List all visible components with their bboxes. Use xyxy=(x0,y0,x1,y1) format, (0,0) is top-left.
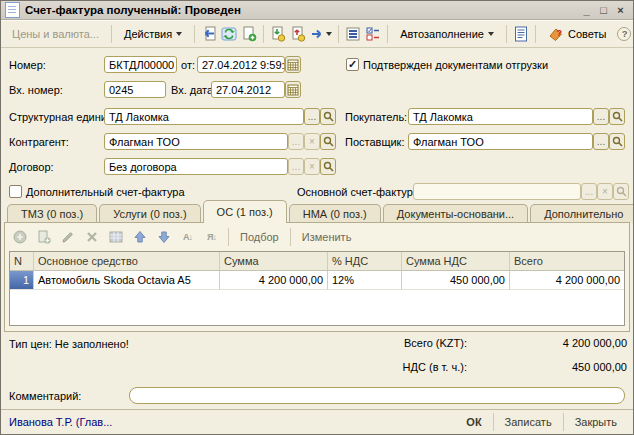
change-button[interactable]: Изменить xyxy=(297,231,357,243)
invoice-received-window: Счет-фактура полученный: Проведен _ □ × … xyxy=(0,0,634,435)
counterparty-field[interactable]: Флагман ТОО xyxy=(104,133,288,150)
contract-select-button[interactable]: ... xyxy=(288,158,304,175)
go-to-button[interactable] xyxy=(309,22,333,46)
column-header-sum[interactable]: Сумма xyxy=(220,252,328,271)
pick-button[interactable]: Подбор xyxy=(235,231,284,243)
move-row-down-button[interactable] xyxy=(153,227,174,248)
column-header-vat-rate[interactable]: % НДС xyxy=(328,252,402,271)
post-document-button[interactable] xyxy=(269,22,287,46)
table-toolbar: А↓ Я↓ Подбор Изменить xyxy=(9,226,356,248)
tab-nma[interactable]: НМА (0 поз.) xyxy=(289,204,381,223)
chevron-down-icon xyxy=(488,32,494,36)
number-field[interactable]: БКТДЛ00000 xyxy=(104,56,177,73)
contract-open-button[interactable] xyxy=(320,158,336,175)
svg-text:?: ? xyxy=(622,28,628,39)
edit-row-button[interactable] xyxy=(57,227,78,248)
counterparty-clear-button[interactable]: × xyxy=(304,133,320,150)
confirmed-checkbox[interactable]: ✓ xyxy=(346,58,359,71)
main-toolbar: Цены и валюта... Действия xyxy=(1,20,633,48)
contract-field[interactable]: Без договора xyxy=(104,158,288,175)
buyer-open-button[interactable] xyxy=(609,108,625,125)
number-label: Номер: xyxy=(9,59,46,71)
new-document-icon xyxy=(241,26,257,42)
main-invoice-clear-button[interactable]: × xyxy=(597,183,613,200)
tips-button[interactable]: ? Советы xyxy=(541,23,613,45)
print-form-button[interactable] xyxy=(512,22,530,46)
grid-icon xyxy=(108,229,124,245)
contract-clear-button[interactable]: × xyxy=(304,158,320,175)
in-date-field[interactable]: 27.04.2012 xyxy=(211,81,285,98)
close-button[interactable]: × xyxy=(612,3,629,18)
prices-currency-button[interactable]: Цены и валюта... xyxy=(5,25,106,43)
fixed-assets-tab-panel: А↓ Я↓ Подбор Изменить N Основное средств… xyxy=(4,222,630,332)
vat-label: НДС (в т. ч.): xyxy=(347,361,467,373)
buyer-field[interactable]: ТД Лакомка xyxy=(408,108,593,125)
in-number-field[interactable]: 0245 xyxy=(104,81,166,98)
sort-ascending-button[interactable]: А↓ xyxy=(177,227,198,248)
column-header-total[interactable]: Всего xyxy=(510,252,624,271)
write-button[interactable]: Записать xyxy=(497,414,560,430)
delete-row-button[interactable] xyxy=(81,227,102,248)
vat-sum-cell: 450 000,00 xyxy=(402,271,510,290)
column-header-n[interactable]: N xyxy=(10,252,34,271)
supplier-field[interactable]: Флагман ТОО xyxy=(408,133,593,150)
reread-button[interactable] xyxy=(200,22,218,46)
post-icon xyxy=(270,26,286,42)
in-date-label: Вх. дата: xyxy=(171,84,216,96)
table-header-row: N Основное средство Сумма % НДС Сумма НД… xyxy=(10,252,624,271)
maximize-button[interactable]: □ xyxy=(595,3,612,18)
supplier-open-button[interactable] xyxy=(609,133,625,150)
structural-unit-select-button[interactable]: ... xyxy=(304,108,320,125)
in-date-calendar-button[interactable] xyxy=(285,81,301,98)
sum-cell: 4 200 000,00 xyxy=(220,271,328,290)
structural-unit-field[interactable]: ТД Лакомка xyxy=(104,108,304,125)
total-cell: 4 200 000,00 xyxy=(510,271,624,290)
buyer-select-button[interactable]: ... xyxy=(593,108,609,125)
repost-button[interactable] xyxy=(220,22,238,46)
document-movements-button[interactable] xyxy=(364,22,382,46)
main-invoice-select-button[interactable]: ... xyxy=(581,183,597,200)
copy-new-button[interactable] xyxy=(240,22,258,46)
tab-tmz[interactable]: ТМЗ (0 поз.) xyxy=(7,204,97,223)
ok-button[interactable]: ОК xyxy=(458,414,489,430)
column-header-asset[interactable]: Основное средство xyxy=(34,252,220,271)
document-structure-button[interactable] xyxy=(344,22,362,46)
table-toolbar-separator xyxy=(290,228,291,246)
actions-button[interactable]: Действия xyxy=(117,25,189,43)
report-page-icon xyxy=(513,26,529,42)
structural-unit-open-button[interactable] xyxy=(320,108,336,125)
tab-base-documents[interactable]: Документы-основани... xyxy=(383,204,528,223)
unpost-document-button[interactable] xyxy=(289,22,307,46)
main-invoice-open-button[interactable] xyxy=(613,183,629,200)
additional-invoice-checkbox[interactable] xyxy=(9,185,22,198)
supplier-select-button[interactable]: ... xyxy=(593,133,609,150)
finish-editing-button[interactable] xyxy=(105,227,126,248)
table-row[interactable]: 1 Автомобиль Skoda Octavia A5 4 200 000,… xyxy=(10,271,624,290)
main-invoice-field[interactable] xyxy=(413,183,581,200)
autofill-button[interactable]: Автозаполнение xyxy=(393,25,501,43)
total-value: 4 200 000,00 xyxy=(497,337,627,349)
tab-additional[interactable]: Дополнительно xyxy=(530,204,634,223)
comment-field[interactable] xyxy=(129,387,625,404)
column-header-vat-sum[interactable]: Сумма НДС xyxy=(402,252,510,271)
date-calendar-button[interactable] xyxy=(285,56,301,73)
pencil-icon xyxy=(60,229,76,245)
minimize-button[interactable]: _ xyxy=(578,3,595,18)
sort-descending-button[interactable]: Я↓ xyxy=(201,227,222,248)
add-row-button[interactable] xyxy=(9,227,30,248)
close-form-button[interactable]: Закрыть xyxy=(567,414,625,430)
counterparty-open-button[interactable] xyxy=(320,133,336,150)
tab-fixed-assets[interactable]: ОС (1 поз.) xyxy=(203,200,287,223)
calendar-icon xyxy=(287,84,299,96)
add-icon xyxy=(12,229,28,245)
date-field[interactable]: 27.04.2012 9:59:13 xyxy=(197,56,285,73)
sort-za-icon: Я↓ xyxy=(207,232,216,242)
help-button[interactable]: ? xyxy=(615,22,633,46)
move-row-up-button[interactable] xyxy=(129,227,150,248)
status-bar: Иванова Т.Р. (Глав... ОК Записать Закрыт… xyxy=(1,409,633,434)
counterparty-select-button[interactable]: ... xyxy=(288,133,304,150)
copy-row-button[interactable] xyxy=(33,227,54,248)
buyer-label: Покупатель: xyxy=(345,111,407,123)
vat-rate-cell: 12% xyxy=(328,271,402,290)
tab-services[interactable]: Услуги (0 поз.) xyxy=(99,204,200,223)
